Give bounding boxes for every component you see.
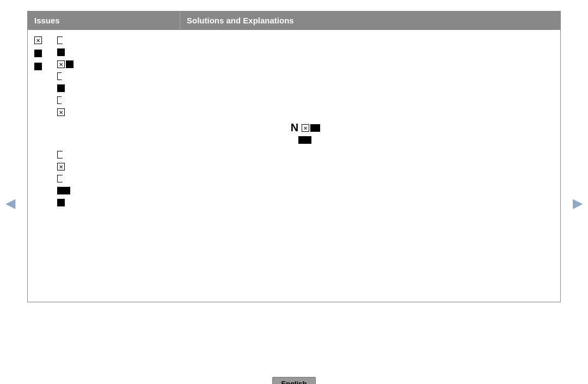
black-square-icon-b5 <box>57 199 65 206</box>
list-item: ✕ <box>34 36 44 44</box>
outlined-x-icon-b2: ✕ <box>57 163 65 170</box>
issues-solutions-table: Issues Solutions and Explanations ✕ <box>27 11 561 302</box>
small-outlined-icon <box>57 72 62 80</box>
language-bar: English <box>0 373 588 384</box>
outlined-x-icon: ✕ <box>57 60 65 68</box>
black-square-icon <box>66 60 74 68</box>
list-item: ✕ <box>57 163 554 170</box>
partial-outlined-icon-b3 <box>57 175 63 182</box>
table-body: ✕ <box>28 29 560 302</box>
partial-outlined-icon-b1 <box>57 151 63 159</box>
outlined-x-icon-n: ✕ <box>302 124 309 132</box>
black-square-icon <box>57 48 65 56</box>
list-item <box>57 187 554 194</box>
n-section: N ✕ <box>57 121 554 145</box>
list-item <box>57 199 554 206</box>
list-item <box>57 72 554 80</box>
nav-arrow-left[interactable]: ◀ <box>5 196 15 211</box>
black-square-icon-n <box>310 124 320 132</box>
header-solutions: Solutions and Explanations <box>180 11 560 29</box>
list-item: ✕ <box>57 60 554 68</box>
list-item <box>34 50 44 57</box>
n-sub-row <box>298 136 313 145</box>
list-item <box>57 48 554 56</box>
solutions-column: ✕ ✕ <box>51 30 560 302</box>
nav-arrow-right[interactable]: ▶ <box>573 196 583 211</box>
n-row: N ✕ <box>291 121 320 134</box>
black-square-icon <box>57 84 65 92</box>
small-outlined-icon2 <box>57 96 62 104</box>
outlined-x-icon2: ✕ <box>57 108 65 116</box>
issues-column: ✕ <box>28 30 51 302</box>
main-container: ◀ ▶ Issues Solutions and Explanations ✕ <box>0 11 588 384</box>
table-header: Issues Solutions and Explanations <box>28 11 560 29</box>
list-item <box>57 151 554 159</box>
language-button[interactable]: English <box>272 377 316 384</box>
list-item: ✕ <box>57 108 554 116</box>
black-square-icon <box>34 50 42 57</box>
partial-outlined-icon <box>57 36 63 44</box>
n-label: N <box>291 121 298 134</box>
list-item <box>57 84 554 92</box>
list-item <box>57 36 554 44</box>
outlined-x-icon: ✕ <box>34 36 42 44</box>
black-square-wide-icon-b4 <box>57 187 70 194</box>
list-item <box>57 175 554 182</box>
black-square-wide-n <box>298 136 311 144</box>
list-item <box>57 96 554 104</box>
black-square-icon <box>34 63 42 70</box>
list-item <box>34 63 44 70</box>
header-issues: Issues <box>28 11 180 29</box>
